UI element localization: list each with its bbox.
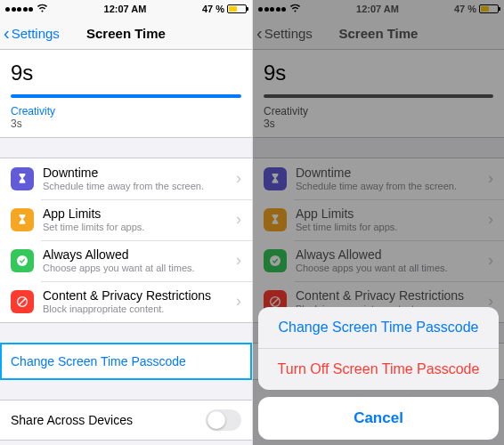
sheet-turn-off-passcode[interactable]: Turn Off Screen Time Passcode bbox=[258, 348, 499, 390]
row-subtitle: Choose apps you want at all times. bbox=[43, 263, 236, 274]
chevron-right-icon: › bbox=[236, 251, 241, 270]
usage-total: 9s bbox=[11, 61, 241, 85]
svg-point-0 bbox=[17, 255, 28, 266]
row-subtitle: Block inappropriate content. bbox=[43, 303, 236, 315]
row-content-privacy[interactable]: Content & Privacy Restrictions Block ina… bbox=[0, 281, 252, 322]
row-downtime[interactable]: Downtime Schedule time away from the scr… bbox=[0, 158, 252, 199]
row-subtitle: Schedule time away from the screen. bbox=[43, 181, 236, 192]
usage-bar bbox=[11, 94, 241, 98]
battery-percent: 47 % bbox=[202, 4, 224, 14]
usage-category-time: 3s bbox=[11, 117, 241, 130]
change-passcode-label: Change Screen Time Passcode bbox=[11, 354, 186, 368]
sheet-change-label: Change Screen Time Passcode bbox=[278, 320, 478, 335]
wifi-icon bbox=[37, 4, 48, 14]
row-title: Downtime bbox=[43, 166, 236, 181]
row-subtitle: Set time limits for apps. bbox=[43, 222, 236, 233]
row-title: Content & Privacy Restrictions bbox=[43, 288, 236, 303]
usage-category-label: Creativity bbox=[11, 105, 241, 117]
row-title: App Limits bbox=[43, 206, 236, 222]
svg-line-2 bbox=[19, 298, 26, 305]
phone-right: 12:07 AM 47 % ‹ Settings Screen Time 9s … bbox=[252, 0, 504, 445]
sheet-cancel-label: Cancel bbox=[354, 409, 403, 426]
nav-bar: ‹ Settings Screen Time bbox=[0, 18, 252, 50]
change-passcode-row[interactable]: Change Screen Time Passcode bbox=[0, 343, 252, 380]
nosign-icon bbox=[11, 290, 34, 313]
chevron-left-icon: ‹ bbox=[4, 23, 10, 44]
page-title: Screen Time bbox=[86, 26, 166, 41]
sheet-turnoff-label: Turn Off Screen Time Passcode bbox=[278, 361, 480, 376]
phone-left: 12:07 AM 47 % ‹ Settings Screen Time 9s … bbox=[0, 0, 252, 445]
back-button[interactable]: ‹ Settings bbox=[0, 23, 60, 44]
usage-summary[interactable]: 9s Creativity 3s bbox=[0, 50, 252, 138]
sheet-change-passcode[interactable]: Change Screen Time Passcode bbox=[258, 307, 499, 348]
row-title: Always Allowed bbox=[43, 247, 236, 263]
chevron-right-icon: › bbox=[236, 169, 241, 188]
battery-icon bbox=[227, 4, 247, 13]
hourglass-icon bbox=[11, 167, 34, 190]
share-label: Share Across Devices bbox=[11, 413, 133, 427]
hourglass-icon bbox=[11, 208, 34, 231]
row-always-allowed[interactable]: Always Allowed Choose apps you want at a… bbox=[0, 240, 252, 281]
row-app-limits[interactable]: App Limits Set time limits for apps. › bbox=[0, 199, 252, 240]
action-sheet: Change Screen Time Passcode Turn Off Scr… bbox=[258, 307, 499, 440]
share-footer: You can enable this on any device signed… bbox=[0, 441, 252, 445]
share-across-devices-row[interactable]: Share Across Devices bbox=[0, 400, 252, 441]
status-time: 12:07 AM bbox=[104, 4, 147, 14]
status-bar: 12:07 AM 47 % bbox=[0, 0, 252, 18]
chevron-right-icon: › bbox=[236, 292, 241, 311]
settings-list: Downtime Schedule time away from the scr… bbox=[0, 158, 252, 323]
back-label: Settings bbox=[12, 26, 60, 41]
signal-icon bbox=[5, 7, 33, 12]
chevron-right-icon: › bbox=[236, 210, 241, 229]
sheet-cancel[interactable]: Cancel bbox=[258, 397, 499, 440]
check-icon bbox=[11, 249, 34, 272]
share-toggle[interactable] bbox=[206, 409, 241, 431]
